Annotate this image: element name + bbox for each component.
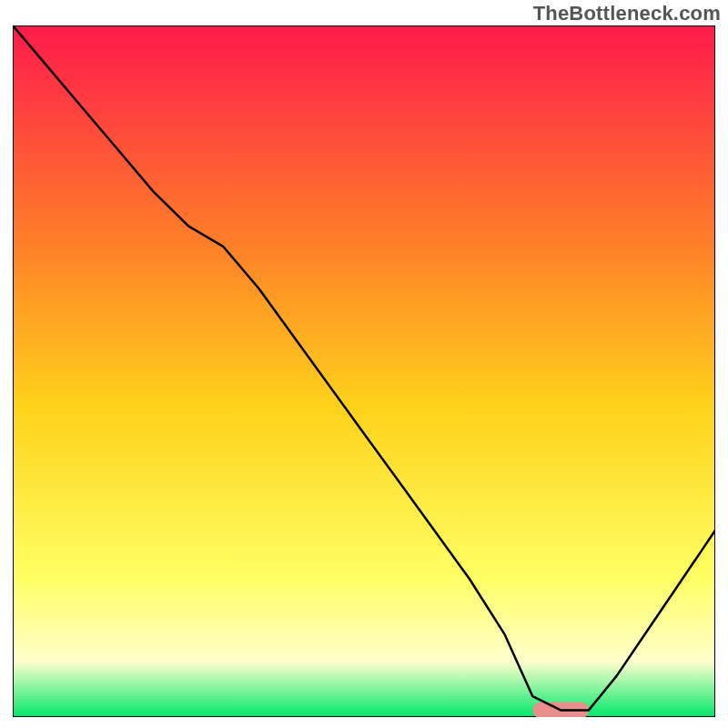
gradient-background xyxy=(13,25,715,717)
chart-stage: TheBottleneck.com xyxy=(0,0,728,728)
chart-plot-area xyxy=(13,25,715,717)
chart-svg xyxy=(13,25,715,717)
attribution-label: TheBottleneck.com xyxy=(533,2,721,25)
